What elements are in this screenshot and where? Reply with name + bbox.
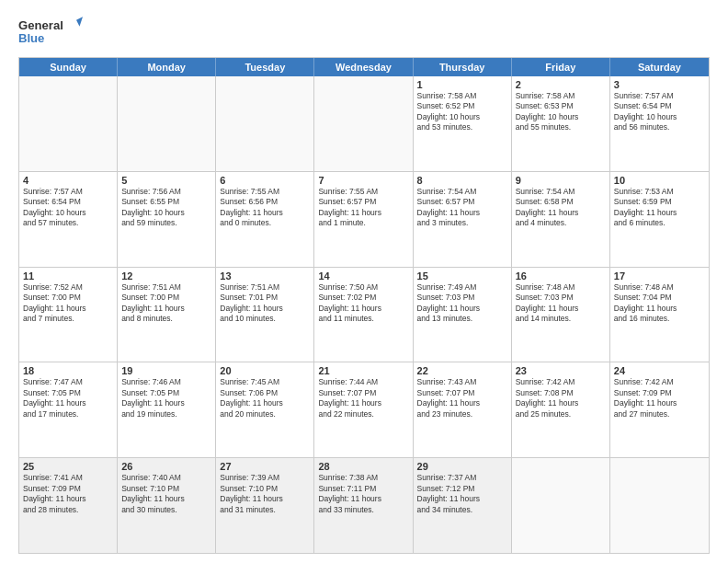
- day-number: 20: [220, 365, 310, 376]
- day-info: Sunrise: 7:48 AM Sunset: 7:04 PM Dayligh…: [614, 282, 705, 325]
- day-info: Sunrise: 7:54 AM Sunset: 6:57 PM Dayligh…: [417, 187, 507, 229]
- day-number: 10: [614, 175, 705, 186]
- calendar-cell: 3Sunrise: 7:57 AM Sunset: 6:54 PM Daylig…: [610, 76, 709, 171]
- calendar-cell: 27Sunrise: 7:39 AM Sunset: 7:10 PM Dayli…: [216, 458, 314, 553]
- calendar-cell: 29Sunrise: 7:37 AM Sunset: 7:12 PM Dayli…: [414, 458, 512, 553]
- day-info: Sunrise: 7:45 AM Sunset: 7:06 PM Dayligh…: [220, 377, 310, 419]
- calendar-body: 1Sunrise: 7:58 AM Sunset: 6:52 PM Daylig…: [19, 76, 709, 553]
- header-day: Saturday: [610, 58, 709, 76]
- calendar-row: 4Sunrise: 7:57 AM Sunset: 6:54 PM Daylig…: [19, 171, 709, 267]
- calendar-cell: 22Sunrise: 7:43 AM Sunset: 7:07 PM Dayli…: [414, 362, 512, 457]
- day-info: Sunrise: 7:51 AM Sunset: 7:01 PM Dayligh…: [220, 282, 310, 325]
- day-number: 12: [121, 270, 211, 282]
- calendar-cell: 7Sunrise: 7:55 AM Sunset: 6:57 PM Daylig…: [314, 172, 413, 267]
- calendar-cell: 9Sunrise: 7:54 AM Sunset: 6:58 PM Daylig…: [512, 172, 610, 267]
- calendar-cell: 21Sunrise: 7:44 AM Sunset: 7:07 PM Dayli…: [314, 362, 413, 457]
- day-number: 27: [220, 461, 310, 472]
- day-number: 22: [417, 365, 507, 376]
- day-info: Sunrise: 7:57 AM Sunset: 6:54 PM Dayligh…: [23, 187, 113, 229]
- calendar-cell: 15Sunrise: 7:49 AM Sunset: 7:03 PM Dayli…: [414, 268, 512, 362]
- calendar-row: 18Sunrise: 7:47 AM Sunset: 7:05 PM Dayli…: [19, 362, 709, 457]
- header: General Blue: [18, 15, 710, 48]
- calendar-cell: 26Sunrise: 7:40 AM Sunset: 7:10 PM Dayli…: [118, 458, 216, 553]
- calendar-cell: 18Sunrise: 7:47 AM Sunset: 7:05 PM Dayli…: [19, 362, 118, 457]
- day-number: 7: [318, 175, 408, 186]
- calendar-cell: 1Sunrise: 7:58 AM Sunset: 6:52 PM Daylig…: [414, 76, 512, 171]
- calendar-cell: 17Sunrise: 7:48 AM Sunset: 7:04 PM Dayli…: [610, 268, 709, 362]
- day-info: Sunrise: 7:57 AM Sunset: 6:54 PM Dayligh…: [614, 91, 705, 133]
- calendar-cell: 10Sunrise: 7:53 AM Sunset: 6:59 PM Dayli…: [610, 172, 709, 267]
- day-number: 4: [23, 175, 113, 186]
- day-info: Sunrise: 7:42 AM Sunset: 7:08 PM Dayligh…: [516, 377, 606, 419]
- calendar-cell: [19, 76, 118, 171]
- svg-text:Blue: Blue: [18, 31, 44, 45]
- day-number: 23: [516, 365, 606, 376]
- day-info: Sunrise: 7:54 AM Sunset: 6:58 PM Dayligh…: [516, 187, 606, 229]
- day-info: Sunrise: 7:38 AM Sunset: 7:11 PM Dayligh…: [318, 473, 408, 515]
- day-info: Sunrise: 7:58 AM Sunset: 6:52 PM Dayligh…: [417, 91, 507, 133]
- header-day: Wednesday: [314, 58, 413, 76]
- day-number: 29: [417, 461, 507, 472]
- calendar-cell: 23Sunrise: 7:42 AM Sunset: 7:08 PM Dayli…: [512, 362, 610, 457]
- day-info: Sunrise: 7:37 AM Sunset: 7:12 PM Dayligh…: [417, 473, 507, 515]
- day-number: 8: [417, 175, 507, 186]
- calendar-cell: 12Sunrise: 7:51 AM Sunset: 7:00 PM Dayli…: [118, 268, 216, 362]
- calendar-cell: 11Sunrise: 7:52 AM Sunset: 7:00 PM Dayli…: [19, 268, 118, 362]
- day-info: Sunrise: 7:42 AM Sunset: 7:09 PM Dayligh…: [614, 377, 705, 419]
- calendar-cell: 16Sunrise: 7:48 AM Sunset: 7:03 PM Dayli…: [512, 268, 610, 362]
- day-number: 18: [23, 365, 113, 376]
- day-number: 26: [121, 461, 211, 472]
- day-number: 13: [220, 270, 310, 282]
- calendar-cell: 5Sunrise: 7:56 AM Sunset: 6:55 PM Daylig…: [118, 172, 216, 267]
- calendar-cell: [118, 76, 216, 171]
- day-number: 6: [220, 175, 310, 186]
- calendar-header: SundayMondayTuesdayWednesdayThursdayFrid…: [19, 58, 709, 76]
- page: General Blue SundayMondayTuesdayWednesda…: [0, 0, 728, 563]
- calendar-row: 11Sunrise: 7:52 AM Sunset: 7:00 PM Dayli…: [19, 267, 709, 362]
- day-number: 3: [614, 79, 705, 90]
- calendar-cell: 4Sunrise: 7:57 AM Sunset: 6:54 PM Daylig…: [19, 172, 118, 267]
- day-info: Sunrise: 7:55 AM Sunset: 6:57 PM Dayligh…: [318, 187, 408, 229]
- header-day: Thursday: [414, 58, 512, 76]
- day-info: Sunrise: 7:52 AM Sunset: 7:00 PM Dayligh…: [23, 282, 113, 325]
- day-info: Sunrise: 7:43 AM Sunset: 7:07 PM Dayligh…: [417, 377, 507, 419]
- day-number: 11: [23, 270, 113, 282]
- calendar-cell: [314, 76, 413, 171]
- logo: General Blue: [18, 15, 83, 48]
- day-info: Sunrise: 7:47 AM Sunset: 7:05 PM Dayligh…: [23, 377, 113, 419]
- calendar-cell: 14Sunrise: 7:50 AM Sunset: 7:02 PM Dayli…: [314, 268, 413, 362]
- calendar-cell: 24Sunrise: 7:42 AM Sunset: 7:09 PM Dayli…: [610, 362, 709, 457]
- calendar-cell: [610, 458, 709, 553]
- day-info: Sunrise: 7:51 AM Sunset: 7:00 PM Dayligh…: [121, 282, 211, 325]
- calendar-cell: [512, 458, 610, 553]
- calendar-cell: 6Sunrise: 7:55 AM Sunset: 6:56 PM Daylig…: [216, 172, 314, 267]
- svg-marker-2: [76, 17, 83, 27]
- day-info: Sunrise: 7:39 AM Sunset: 7:10 PM Dayligh…: [220, 473, 310, 515]
- day-info: Sunrise: 7:44 AM Sunset: 7:07 PM Dayligh…: [318, 377, 408, 419]
- day-info: Sunrise: 7:48 AM Sunset: 7:03 PM Dayligh…: [516, 282, 606, 325]
- day-info: Sunrise: 7:53 AM Sunset: 6:59 PM Dayligh…: [614, 187, 705, 229]
- day-number: 16: [516, 270, 606, 282]
- header-day: Monday: [118, 58, 216, 76]
- day-info: Sunrise: 7:58 AM Sunset: 6:53 PM Dayligh…: [516, 91, 606, 133]
- calendar-cell: 2Sunrise: 7:58 AM Sunset: 6:53 PM Daylig…: [512, 76, 610, 171]
- calendar-row: 25Sunrise: 7:41 AM Sunset: 7:09 PM Dayli…: [19, 457, 709, 553]
- calendar-cell: 20Sunrise: 7:45 AM Sunset: 7:06 PM Dayli…: [216, 362, 314, 457]
- day-info: Sunrise: 7:46 AM Sunset: 7:05 PM Dayligh…: [121, 377, 211, 419]
- header-day: Friday: [512, 58, 610, 76]
- day-info: Sunrise: 7:55 AM Sunset: 6:56 PM Dayligh…: [220, 187, 310, 229]
- calendar-cell: 19Sunrise: 7:46 AM Sunset: 7:05 PM Dayli…: [118, 362, 216, 457]
- calendar-cell: 13Sunrise: 7:51 AM Sunset: 7:01 PM Dayli…: [216, 268, 314, 362]
- calendar-cell: 28Sunrise: 7:38 AM Sunset: 7:11 PM Dayli…: [314, 458, 413, 553]
- day-number: 1: [417, 79, 507, 90]
- day-number: 5: [121, 175, 211, 186]
- calendar-cell: [216, 76, 314, 171]
- day-info: Sunrise: 7:41 AM Sunset: 7:09 PM Dayligh…: [23, 473, 113, 515]
- day-info: Sunrise: 7:49 AM Sunset: 7:03 PM Dayligh…: [417, 282, 507, 325]
- calendar-cell: 25Sunrise: 7:41 AM Sunset: 7:09 PM Dayli…: [19, 458, 118, 553]
- day-info: Sunrise: 7:40 AM Sunset: 7:10 PM Dayligh…: [121, 473, 211, 515]
- calendar-row: 1Sunrise: 7:58 AM Sunset: 6:52 PM Daylig…: [19, 76, 709, 171]
- calendar: SundayMondayTuesdayWednesdayThursdayFrid…: [18, 57, 710, 554]
- calendar-cell: 8Sunrise: 7:54 AM Sunset: 6:57 PM Daylig…: [414, 172, 512, 267]
- day-number: 9: [516, 175, 606, 186]
